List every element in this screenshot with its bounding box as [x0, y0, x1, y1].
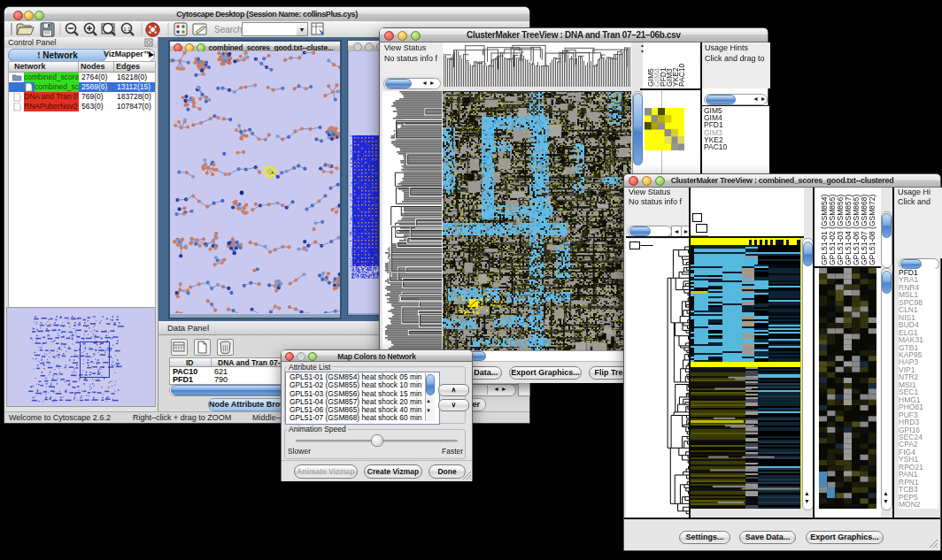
svg-text:Search:: Search: [214, 25, 244, 35]
svg-text:1:1: 1:1 [123, 27, 131, 32]
